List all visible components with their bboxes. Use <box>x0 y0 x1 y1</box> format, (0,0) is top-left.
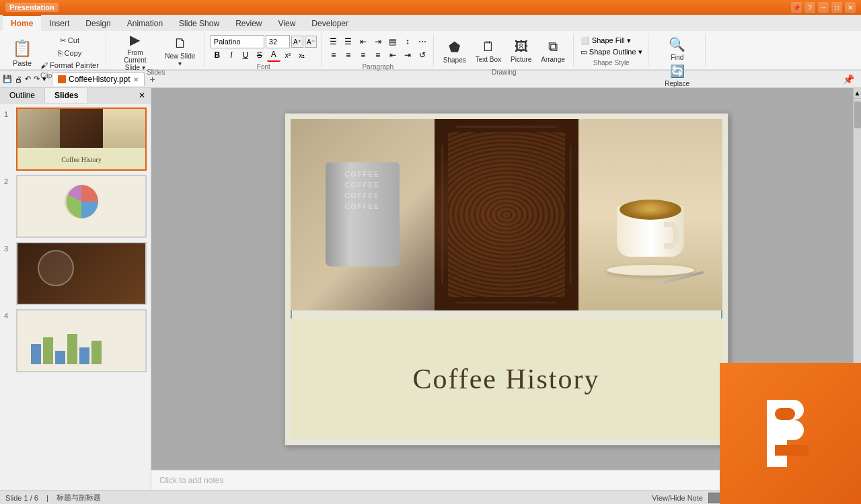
quick-dropdown[interactable]: ▾ <box>42 75 46 83</box>
bullets-button[interactable]: ☰ <box>327 35 340 48</box>
tab-slideshow[interactable]: Slide Show <box>171 15 227 31</box>
more-options-button[interactable]: ⋯ <box>416 35 429 48</box>
scroll-thumb[interactable] <box>854 101 861 128</box>
app-logo[interactable]: Presentation <box>5 3 59 12</box>
ribbon-group-font: A⁺ A⁻ B I U S A x² x₂ Font <box>207 34 322 67</box>
indent-decrease-button[interactable]: ⇤ <box>357 35 370 48</box>
pie-chart-thumb <box>61 181 102 222</box>
normal-view-button[interactable] <box>708 493 720 503</box>
print-quick-button[interactable]: 🖨 <box>15 75 22 83</box>
tab-review[interactable]: Review <box>227 15 270 31</box>
find-button[interactable]: 🔍 Find <box>654 35 701 62</box>
picture-button[interactable]: 🖼 Picture <box>507 35 535 67</box>
paste-icon: 📋 <box>12 39 32 58</box>
numbering-button[interactable]: ☰ <box>342 35 355 48</box>
close-button[interactable]: ✕ <box>845 2 856 13</box>
shape-fill-button[interactable]: ⬜ Shape Fill ▾ <box>579 35 644 46</box>
format-painter-button[interactable]: 🖌 Format Painter <box>38 60 102 71</box>
undo-button[interactable]: ↶ <box>25 75 31 83</box>
slide-title-area[interactable]: Coffee History <box>291 319 722 439</box>
indent-increase-button[interactable]: ⇥ <box>371 35 385 48</box>
new-slide-button[interactable]: 🗋 New Slide ▾ <box>160 35 200 67</box>
quick-access: 💾 🖨 ↶ ↷ ▾ <box>3 75 46 83</box>
svg-rect-6 <box>79 347 89 364</box>
text-box-button[interactable]: 🗒 Text Box <box>472 35 505 67</box>
shapes-button[interactable]: ⬟ Shapes <box>439 35 470 67</box>
panel-tabs: Outline Slides ✕ <box>0 88 151 103</box>
ribbon-group-editing: 🔍 Find 🔄 Replace ⊞ Selection Pane Editin… <box>650 34 706 67</box>
textbox-icon: 🗒 <box>482 39 495 54</box>
list-item: 3 <box>4 242 147 305</box>
line-spacing-button[interactable]: ↕ <box>401 35 414 48</box>
notes-placeholder: Click to add notes <box>159 476 223 485</box>
justify-button[interactable]: ≡ <box>371 48 385 62</box>
arrange-button[interactable]: ⧉ Arrange <box>537 35 569 67</box>
panel-close-button[interactable]: ✕ <box>133 88 151 103</box>
svg-rect-2 <box>31 344 41 364</box>
tab-animation[interactable]: Animation <box>119 15 171 31</box>
ribbon-group-paragraph: ☰ ☰ ⇤ ⇥ ▤ ↕ ⋯ ≡ ≡ ≡ ≡ ⇤ ⇥ ↺ Paragraph <box>323 34 434 67</box>
pin-tab-button[interactable]: 📌 <box>839 73 858 86</box>
tab-view[interactable]: View <box>270 15 304 31</box>
app-title-text: Presentation <box>9 3 54 11</box>
slide-canvas[interactable]: COFFEECOFFEECOFFEECOFFEE <box>285 113 728 446</box>
svg-rect-12 <box>775 445 809 456</box>
font-row2: B I U S A x² x₂ <box>211 48 317 62</box>
file-tab[interactable]: CoffeeHistory.ppt ✕ <box>52 72 145 86</box>
font-size-decrease-button[interactable]: A⁻ <box>305 36 317 48</box>
slide-thumb-2[interactable] <box>16 175 147 238</box>
slides-tab[interactable]: Slides <box>45 88 88 103</box>
from-current-slide-button[interactable]: ▶ From Current Slide ▾ <box>112 35 159 67</box>
tab-home[interactable]: Home <box>3 15 41 31</box>
superscript-button[interactable]: x² <box>281 48 295 62</box>
tab-developer[interactable]: Developer <box>303 15 357 31</box>
maximize-button[interactable]: □ <box>831 2 842 13</box>
font-size-increase-button[interactable]: A⁺ <box>291 36 303 48</box>
find-icon: 🔍 <box>669 36 685 52</box>
slide-thumb-1[interactable]: Coffee History <box>16 108 147 171</box>
scroll-up-button[interactable]: ▲ <box>854 88 861 99</box>
add-tab-button[interactable]: + <box>146 73 159 86</box>
pin-button[interactable]: 📌 <box>791 2 802 13</box>
shape-outline-button[interactable]: ▭ Shape Outline ▾ <box>579 46 644 58</box>
text-direction-button[interactable]: ↺ <box>416 48 429 62</box>
slide-thumb-4[interactable] <box>16 309 147 372</box>
font-size-input[interactable] <box>266 35 290 48</box>
cut-button[interactable]: ✂ Cut <box>38 35 102 46</box>
ribbon-tab-list: Home Insert Design Animation Slide Show … <box>0 15 861 31</box>
paste-button[interactable]: 📋 Paste <box>8 37 36 69</box>
font-row1: A⁺ A⁻ <box>211 35 317 48</box>
slide-thumb-3[interactable] <box>16 242 147 305</box>
indent-dec2-button[interactable]: ⇤ <box>386 48 400 62</box>
slides-list: 1 Coffee History 2 <box>0 103 151 490</box>
window-controls: 📌 ? ─ □ ✕ <box>791 2 856 13</box>
tab-design[interactable]: Design <box>77 15 118 31</box>
replace-button[interactable]: 🔄 Replace <box>654 62 701 89</box>
save-quick-button[interactable]: 💾 <box>3 75 12 83</box>
view-note-button[interactable]: View/Hide Note <box>652 494 703 502</box>
tab-insert[interactable]: Insert <box>41 15 77 31</box>
thumb-photo-1 <box>17 109 60 148</box>
strikethrough-button[interactable]: S <box>253 48 266 62</box>
minimize-button[interactable]: ─ <box>818 2 829 13</box>
redo-button[interactable]: ↷ <box>34 75 40 83</box>
list-item: 4 <box>4 309 147 372</box>
tab-close-button[interactable]: ✕ <box>133 76 139 83</box>
align-right-button[interactable]: ≡ <box>357 48 370 62</box>
font-name-input[interactable] <box>211 35 264 48</box>
indent-inc2-button[interactable]: ⇥ <box>401 48 414 62</box>
subscript-button[interactable]: x₂ <box>295 48 309 62</box>
underline-button[interactable]: U <box>239 48 252 62</box>
columns-button[interactable]: ▤ <box>386 35 400 48</box>
help-button[interactable]: ? <box>804 2 815 13</box>
font-color-button[interactable]: A <box>267 48 280 62</box>
align-center-button[interactable]: ≡ <box>342 48 355 62</box>
italic-button[interactable]: I <box>225 48 238 62</box>
photo-cell-1: COFFEECOFFEECOFFEECOFFEE <box>291 119 435 310</box>
copy-button[interactable]: ⎘ Copy <box>38 48 102 58</box>
align-left-button[interactable]: ≡ <box>327 48 340 62</box>
bold-button[interactable]: B <box>211 48 224 62</box>
svg-rect-11 <box>775 408 795 420</box>
outline-tab[interactable]: Outline <box>0 88 45 103</box>
ribbon-group-slides: ▶ From Current Slide ▾ 🗋 New Slide ▾ Sli… <box>108 34 205 67</box>
